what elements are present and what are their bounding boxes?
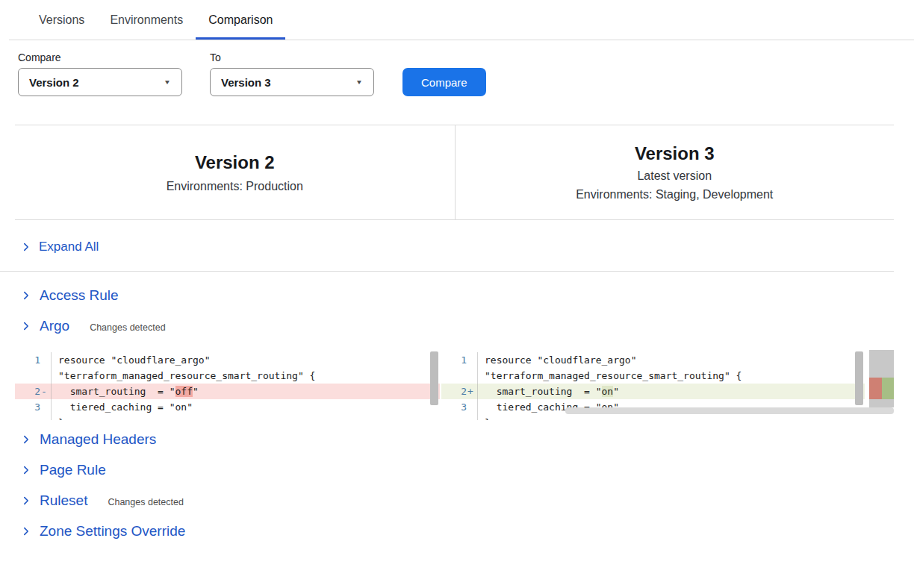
code-text: " (193, 386, 199, 397)
line-number (441, 415, 467, 420)
chevron-down-icon: ▼ (355, 78, 363, 85)
section-managed-headers[interactable]: Managed Headers (0, 431, 914, 448)
code-line: 1resource "cloudflare_argo" (15, 352, 440, 368)
code-line: 1resource "cloudflare_argo" (441, 352, 865, 368)
code-text: "terraform_managed_resource_smart_routin… (477, 368, 865, 384)
line-mod (467, 352, 476, 368)
version-left-environments: Environments: Production (167, 179, 303, 193)
compare-from-field: Compare Version 2 ▼ (18, 51, 182, 96)
diff-minimap (869, 350, 894, 407)
section-zone-settings-override[interactable]: Zone Settings Override (0, 522, 914, 540)
code-line-wrap: "terraform_managed_resource_smart_routin… (15, 368, 440, 384)
version-right-header: Version 3 Latest version Environments: S… (455, 125, 895, 219)
compare-from-value: Version 2 (29, 76, 79, 89)
chevron-right-icon (21, 321, 31, 331)
line-mod (40, 352, 49, 368)
line-number: 3 (15, 399, 40, 415)
code-text: "terraform_managed_resource_smart_routin… (51, 368, 440, 384)
changes-detected-badge: Changes detected (90, 320, 165, 333)
code-line: 3 tiered_caching = "on" (15, 399, 440, 415)
scrollbar-thumb[interactable] (855, 351, 863, 405)
line-number: 1 (441, 352, 467, 368)
version-right-subtitle: Latest version (637, 169, 712, 183)
version-headers: Version 2 Environments: Production Versi… (15, 125, 894, 219)
line-number: 1 (15, 352, 40, 368)
line-mod (40, 415, 49, 420)
line-number: 2 (15, 384, 40, 399)
chevron-right-icon (21, 290, 31, 301)
section-label: Managed Headers (40, 431, 156, 448)
compare-to-field: To Version 3 ▼ (210, 51, 374, 96)
line-number (15, 368, 40, 384)
version-right-title: Version 3 (635, 143, 715, 164)
compare-to-value: Version 3 (221, 76, 271, 89)
line-number (15, 415, 40, 420)
code-text: smart_routing = " (58, 386, 175, 397)
compare-button[interactable]: Compare (402, 68, 486, 96)
section-access-rule[interactable]: Access Rule (0, 287, 914, 304)
line-mod (467, 415, 476, 420)
scrollbar-thumb[interactable] (430, 351, 438, 405)
compare-to-label: To (210, 51, 374, 63)
section-label: Ruleset (40, 492, 87, 509)
tab-versions[interactable]: Versions (26, 0, 97, 40)
chevron-right-icon (21, 526, 31, 537)
chevron-right-icon (21, 434, 31, 445)
added-token: on (602, 386, 614, 397)
code-text: } (51, 415, 440, 420)
code-text: resource "cloudflare_argo" (51, 352, 440, 368)
minimap-removed-block (869, 378, 882, 399)
code-text: tiered_caching = "on" (51, 399, 440, 415)
tab-comparison[interactable]: Comparison (196, 0, 285, 40)
code-text: smart_routing = "on" (477, 384, 865, 399)
code-text: smart_routing = "off" (51, 384, 440, 399)
line-mod (467, 368, 476, 384)
code-line-clipped: } (441, 415, 865, 420)
minimap-added-block (882, 378, 894, 399)
compare-controls: Compare Version 2 ▼ To Version 3 ▼ Compa… (0, 51, 914, 96)
removed-token: off (175, 386, 193, 397)
version-right-environments: Environments: Staging, Development (576, 187, 773, 201)
diff-pane-old[interactable]: 1resource "cloudflare_argo" "terraform_m… (15, 350, 440, 420)
code-line-added: 2+ smart_routing = "on" (441, 384, 865, 399)
line-mod (40, 368, 49, 384)
line-number: 3 (441, 399, 467, 415)
section-label: Zone Settings Override (40, 523, 185, 539)
compare-to-select[interactable]: Version 3 ▼ (210, 68, 374, 96)
compare-from-select[interactable]: Version 2 ▼ (18, 68, 182, 96)
expand-all-label: Expand All (39, 240, 99, 254)
line-number: 2 (441, 384, 467, 399)
line-mod (40, 399, 49, 415)
chevron-down-icon: ▼ (164, 78, 171, 85)
code-line-wrap: "terraform_managed_resource_smart_routin… (441, 368, 865, 384)
code-text: resource "cloudflare_argo" (477, 352, 865, 368)
argo-diff-viewer: 1resource "cloudflare_argo" "terraform_m… (15, 350, 894, 420)
chevron-right-icon (21, 242, 31, 252)
code-line-clipped: } (15, 415, 440, 420)
changes-detected-badge: Changes detected (108, 495, 183, 507)
chevron-right-icon (21, 465, 31, 475)
code-text: " (613, 386, 619, 397)
line-mod (467, 399, 476, 415)
tab-environments[interactable]: Environments (97, 0, 196, 40)
section-label: Access Rule (40, 287, 119, 304)
section-label: Argo (40, 318, 69, 334)
section-page-rule[interactable]: Page Rule (0, 461, 914, 479)
section-ruleset[interactable]: Ruleset Changes detected (0, 492, 914, 510)
compare-from-label: Compare (18, 51, 182, 63)
section-label: Page Rule (40, 462, 106, 478)
line-number (441, 368, 467, 384)
removed-marker: - (40, 384, 49, 399)
horizontal-scrollbar[interactable] (565, 407, 894, 414)
expand-all-toggle[interactable]: Expand All (0, 220, 894, 272)
section-argo[interactable]: Argo Changes detected (0, 317, 914, 335)
version-left-header: Version 2 Environments: Production (15, 125, 455, 219)
added-marker: + (467, 384, 476, 399)
code-text: } (477, 415, 865, 420)
tab-bar: Versions Environments Comparison (9, 0, 914, 40)
version-left-title: Version 2 (195, 152, 275, 173)
code-line-removed: 2- smart_routing = "off" (15, 384, 440, 399)
chevron-right-icon (21, 495, 31, 506)
code-text: smart_routing = " (485, 386, 602, 397)
